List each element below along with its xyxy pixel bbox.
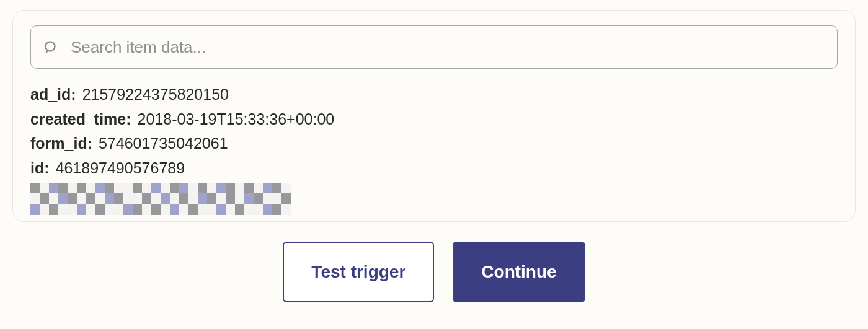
data-value: 21579224375820150 [82,82,229,107]
data-value: 2018-03-19T15:33:36+00:00 [138,107,335,132]
search-icon [42,38,60,56]
data-key: created_time: [30,107,131,132]
data-key: ad_id: [30,82,76,107]
data-row-id: id: 461897490576789 [30,156,838,181]
data-key: form_id: [30,131,92,156]
search-input[interactable] [60,38,826,57]
search-field[interactable] [30,25,838,69]
action-buttons: Test trigger Continue [0,242,868,302]
test-trigger-button[interactable]: Test trigger [283,242,434,302]
data-value: 461897490576789 [56,156,185,181]
data-row-form-id: form_id: 574601735042061 [30,131,838,156]
data-value: 574601735042061 [99,131,228,156]
data-row-ad-id: ad_id: 21579224375820150 [30,82,838,107]
svg-point-0 [45,42,55,51]
data-panel: ad_id: 21579224375820150 created_time: 2… [12,10,856,222]
data-row-created-time: created_time: 2018-03-19T15:33:36+00:00 [30,107,838,132]
redacted-content [30,183,291,215]
data-list: ad_id: 21579224375820150 created_time: 2… [30,82,838,215]
data-key: id: [30,156,50,181]
continue-button[interactable]: Continue [453,242,585,302]
svg-line-1 [46,50,48,52]
